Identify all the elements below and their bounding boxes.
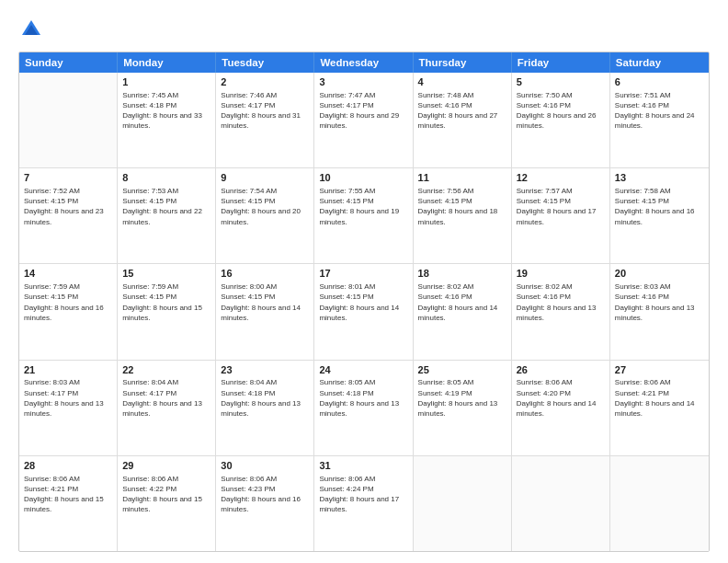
cell-info: Sunrise: 8:06 AM Sunset: 4:22 PM Dayligh… [122,474,210,515]
cell-info: Sunrise: 8:03 AM Sunset: 4:17 PM Dayligh… [24,377,112,419]
cell-info: Sunrise: 7:57 AM Sunset: 4:15 PM Dayligh… [517,186,605,227]
day-number: 18 [418,267,506,281]
weekday-header-wednesday: Wednesday [314,52,413,73]
calendar-cell-day-18: 18Sunrise: 8:02 AM Sunset: 4:16 PM Dayli… [414,264,512,359]
calendar-cell-empty [19,73,118,167]
day-number: 24 [319,363,407,377]
calendar-cell-day-30: 30Sunrise: 8:06 AM Sunset: 4:23 PM Dayli… [216,456,314,551]
calendar-header: SundayMondayTuesdayWednesdayThursdayFrid… [19,52,709,73]
header [18,17,710,42]
cell-info: Sunrise: 8:02 AM Sunset: 4:16 PM Dayligh… [418,282,506,323]
day-number: 31 [319,459,407,473]
calendar-cell-day-10: 10Sunrise: 7:55 AM Sunset: 4:15 PM Dayli… [314,168,413,263]
day-number: 13 [615,171,704,185]
cell-info: Sunrise: 7:54 AM Sunset: 4:15 PM Dayligh… [221,186,309,227]
day-number: 9 [221,171,309,185]
day-number: 22 [122,363,210,377]
cell-info: Sunrise: 7:51 AM Sunset: 4:16 PM Dayligh… [615,90,704,132]
day-number: 17 [319,267,407,281]
cell-info: Sunrise: 8:05 AM Sunset: 4:19 PM Dayligh… [418,377,506,419]
day-number: 15 [122,267,210,281]
calendar-row-3: 21Sunrise: 8:03 AM Sunset: 4:17 PM Dayli… [19,361,709,456]
day-number: 25 [418,363,506,377]
logo [18,17,48,42]
cell-info: Sunrise: 8:04 AM Sunset: 4:18 PM Dayligh… [221,377,309,419]
cell-info: Sunrise: 8:01 AM Sunset: 4:15 PM Dayligh… [319,282,407,323]
calendar-cell-day-19: 19Sunrise: 8:02 AM Sunset: 4:16 PM Dayli… [512,264,610,359]
weekday-header-tuesday: Tuesday [216,52,314,73]
calendar-cell-day-8: 8Sunrise: 7:53 AM Sunset: 4:15 PM Daylig… [118,168,216,263]
calendar-cell-day-6: 6Sunrise: 7:51 AM Sunset: 4:16 PM Daylig… [610,73,709,167]
cell-info: Sunrise: 8:06 AM Sunset: 4:24 PM Dayligh… [319,474,407,515]
calendar-cell-day-21: 21Sunrise: 8:03 AM Sunset: 4:17 PM Dayli… [19,361,118,455]
day-number: 5 [517,75,605,89]
calendar-cell-day-24: 24Sunrise: 8:05 AM Sunset: 4:18 PM Dayli… [314,361,413,455]
day-number: 19 [517,267,605,281]
weekday-header-saturday: Saturday [610,52,709,73]
day-number: 27 [615,363,704,377]
cell-info: Sunrise: 7:47 AM Sunset: 4:17 PM Dayligh… [319,90,407,132]
weekday-header-thursday: Thursday [414,52,512,73]
cell-info: Sunrise: 7:55 AM Sunset: 4:15 PM Dayligh… [319,186,407,227]
cell-info: Sunrise: 8:06 AM Sunset: 4:23 PM Dayligh… [221,474,309,515]
calendar-cell-day-11: 11Sunrise: 7:56 AM Sunset: 4:15 PM Dayli… [414,168,512,263]
calendar-cell-day-15: 15Sunrise: 7:59 AM Sunset: 4:15 PM Dayli… [118,264,216,359]
calendar-cell-day-20: 20Sunrise: 8:03 AM Sunset: 4:16 PM Dayli… [610,264,709,359]
cell-info: Sunrise: 7:50 AM Sunset: 4:16 PM Dayligh… [517,90,605,132]
cell-info: Sunrise: 8:02 AM Sunset: 4:16 PM Dayligh… [517,282,605,323]
cell-info: Sunrise: 7:52 AM Sunset: 4:15 PM Dayligh… [24,186,112,227]
cell-info: Sunrise: 7:53 AM Sunset: 4:15 PM Dayligh… [122,186,210,227]
calendar-cell-day-29: 29Sunrise: 8:06 AM Sunset: 4:22 PM Dayli… [118,456,216,551]
calendar-row-4: 28Sunrise: 8:06 AM Sunset: 4:21 PM Dayli… [19,456,709,551]
calendar-cell-day-31: 31Sunrise: 8:06 AM Sunset: 4:24 PM Dayli… [314,456,413,551]
day-number: 10 [319,171,407,185]
cell-info: Sunrise: 8:06 AM Sunset: 4:21 PM Dayligh… [24,474,112,515]
calendar-cell-day-9: 9Sunrise: 7:54 AM Sunset: 4:15 PM Daylig… [216,168,314,263]
cell-info: Sunrise: 7:56 AM Sunset: 4:15 PM Dayligh… [418,186,506,227]
calendar-cell-empty [414,456,512,551]
calendar-cell-empty [512,456,610,551]
calendar-cell-day-25: 25Sunrise: 8:05 AM Sunset: 4:19 PM Dayli… [414,361,512,455]
day-number: 16 [221,267,309,281]
calendar-cell-empty [610,456,709,551]
calendar-cell-day-4: 4Sunrise: 7:48 AM Sunset: 4:16 PM Daylig… [414,73,512,167]
cell-info: Sunrise: 8:03 AM Sunset: 4:16 PM Dayligh… [615,282,704,323]
calendar-row-0: 1Sunrise: 7:45 AM Sunset: 4:18 PM Daylig… [19,73,709,168]
day-number: 6 [615,75,704,89]
calendar-cell-day-2: 2Sunrise: 7:46 AM Sunset: 4:17 PM Daylig… [216,73,314,167]
calendar-cell-day-5: 5Sunrise: 7:50 AM Sunset: 4:16 PM Daylig… [512,73,610,167]
day-number: 29 [122,459,210,473]
day-number: 7 [24,171,112,185]
day-number: 3 [319,75,407,89]
cell-info: Sunrise: 7:46 AM Sunset: 4:17 PM Dayligh… [221,90,309,132]
calendar-cell-day-27: 27Sunrise: 8:06 AM Sunset: 4:21 PM Dayli… [610,361,709,455]
calendar-cell-day-28: 28Sunrise: 8:06 AM Sunset: 4:21 PM Dayli… [19,456,118,551]
weekday-header-sunday: Sunday [19,52,118,73]
calendar-cell-day-7: 7Sunrise: 7:52 AM Sunset: 4:15 PM Daylig… [19,168,118,263]
page: SundayMondayTuesdayWednesdayThursdayFrid… [0,0,728,563]
day-number: 11 [418,171,506,185]
calendar-cell-day-16: 16Sunrise: 8:00 AM Sunset: 4:15 PM Dayli… [216,264,314,359]
day-number: 30 [221,459,309,473]
cell-info: Sunrise: 8:06 AM Sunset: 4:20 PM Dayligh… [517,377,605,419]
calendar-cell-day-23: 23Sunrise: 8:04 AM Sunset: 4:18 PM Dayli… [216,361,314,455]
cell-info: Sunrise: 7:58 AM Sunset: 4:15 PM Dayligh… [615,186,704,227]
cell-info: Sunrise: 8:04 AM Sunset: 4:17 PM Dayligh… [122,377,210,419]
day-number: 1 [122,75,210,89]
cell-info: Sunrise: 8:06 AM Sunset: 4:21 PM Dayligh… [615,377,704,419]
cell-info: Sunrise: 8:05 AM Sunset: 4:18 PM Dayligh… [319,377,407,419]
cell-info: Sunrise: 7:48 AM Sunset: 4:16 PM Dayligh… [418,90,506,132]
calendar-cell-day-3: 3Sunrise: 7:47 AM Sunset: 4:17 PM Daylig… [314,73,413,167]
calendar-cell-day-22: 22Sunrise: 8:04 AM Sunset: 4:17 PM Dayli… [118,361,216,455]
day-number: 4 [418,75,506,89]
day-number: 8 [122,171,210,185]
calendar-cell-day-1: 1Sunrise: 7:45 AM Sunset: 4:18 PM Daylig… [118,73,216,167]
weekday-header-friday: Friday [512,52,610,73]
day-number: 26 [517,363,605,377]
day-number: 2 [221,75,309,89]
day-number: 14 [24,267,112,281]
calendar-cell-day-26: 26Sunrise: 8:06 AM Sunset: 4:20 PM Dayli… [512,361,610,455]
day-number: 21 [24,363,112,377]
logo-icon [18,17,44,42]
day-number: 23 [221,363,309,377]
